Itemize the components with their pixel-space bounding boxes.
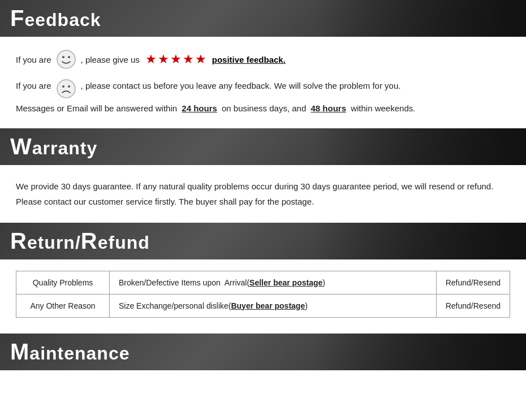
feedback-header: Feedback — [0, 0, 526, 37]
response-time-line: Messages or Email will be answered withi… — [16, 101, 510, 116]
star-3: ★ — [170, 52, 182, 67]
refund-title-big2: R — [81, 228, 98, 253]
warranty-text: We provide 30 days guarantee. If any nat… — [16, 181, 493, 206]
refund-table-container: Quality Problems Broken/Defective Items … — [0, 259, 526, 334]
warranty-title-rest: arranty — [32, 138, 98, 158]
any-other-reason-resolution: Refund/Resend — [436, 294, 510, 317]
refund-title: Return/Refund — [10, 228, 150, 254]
maintenance-title: Maintenance — [10, 339, 130, 365]
table-row: Quality Problems Broken/Defective Items … — [16, 271, 510, 294]
happy-prefix: If you are — [16, 55, 51, 64]
feedback-title: Feedback — [10, 6, 101, 31]
svg-point-2 — [68, 56, 70, 58]
warranty-title: Warranty — [10, 134, 97, 159]
feedback-title-big: F — [10, 6, 24, 31]
maintenance-title-big: M — [10, 339, 29, 364]
svg-point-0 — [57, 50, 75, 68]
star-2: ★ — [158, 52, 169, 67]
unhappy-text: , please contact us before you leave any… — [81, 79, 401, 93]
happy-smiley-icon — [56, 49, 76, 70]
end-text: within weekends. — [351, 103, 415, 113]
svg-point-3 — [57, 80, 75, 98]
feedback-title-rest: eedback — [24, 10, 101, 30]
seller-bear-postage: Seller bear postage — [249, 278, 322, 287]
maintenance-title-rest: aintenance — [29, 343, 130, 363]
warranty-content: We provide 30 days guarantee. If any nat… — [0, 165, 526, 223]
feedback-content: If you are , please give us ★ ★ ★ ★ ★ po… — [0, 37, 526, 128]
refund-title-rest2: efund — [98, 232, 150, 253]
any-other-reason-detail: Size Exchange/personal dislike(Buyer bea… — [110, 294, 437, 317]
svg-point-1 — [62, 56, 64, 58]
feedback-unhappy-block: If you are , please contact us before yo… — [16, 79, 510, 116]
refund-title-rest1: eturn/ — [27, 232, 81, 253]
any-other-reason-label: Any Other Reason — [16, 294, 110, 317]
middle-text: on business days, and — [222, 103, 306, 113]
refund-title-big1: R — [10, 228, 27, 253]
refund-table: Quality Problems Broken/Defective Items … — [16, 271, 510, 318]
table-row: Any Other Reason Size Exchange/personal … — [16, 294, 510, 317]
star-5: ★ — [195, 52, 206, 67]
response-prefix: Messages or Email will be answered withi… — [16, 103, 177, 113]
positive-feedback-link[interactable]: positive feedback. — [212, 55, 286, 64]
star-4: ★ — [183, 52, 194, 67]
star-1: ★ — [145, 52, 157, 67]
sad-smiley-icon — [56, 79, 76, 99]
maintenance-header: Maintenance — [0, 334, 526, 370]
happy-suffix: , please give us — [81, 55, 140, 64]
star-rating: ★ ★ ★ ★ ★ — [145, 52, 206, 67]
svg-point-4 — [62, 85, 64, 88]
feedback-happy-line: If you are , please give us ★ ★ ★ ★ ★ po… — [16, 49, 510, 70]
warranty-title-big: W — [10, 134, 32, 159]
warranty-header: Warranty — [0, 128, 526, 165]
unhappy-prefix: If you are — [16, 79, 51, 93]
quality-problems-detail: Broken/Defective Items upon Arrival(Sell… — [110, 271, 437, 294]
refund-header: Return/Refund — [0, 223, 526, 259]
hours-48: 48 hours — [311, 103, 346, 113]
quality-problems-resolution: Refund/Resend — [436, 271, 510, 294]
hours-24: 24 hours — [182, 103, 217, 113]
buyer-bear-postage: Buyer bear postage — [231, 301, 305, 310]
svg-point-5 — [68, 85, 70, 88]
quality-problems-label: Quality Problems — [16, 271, 110, 294]
